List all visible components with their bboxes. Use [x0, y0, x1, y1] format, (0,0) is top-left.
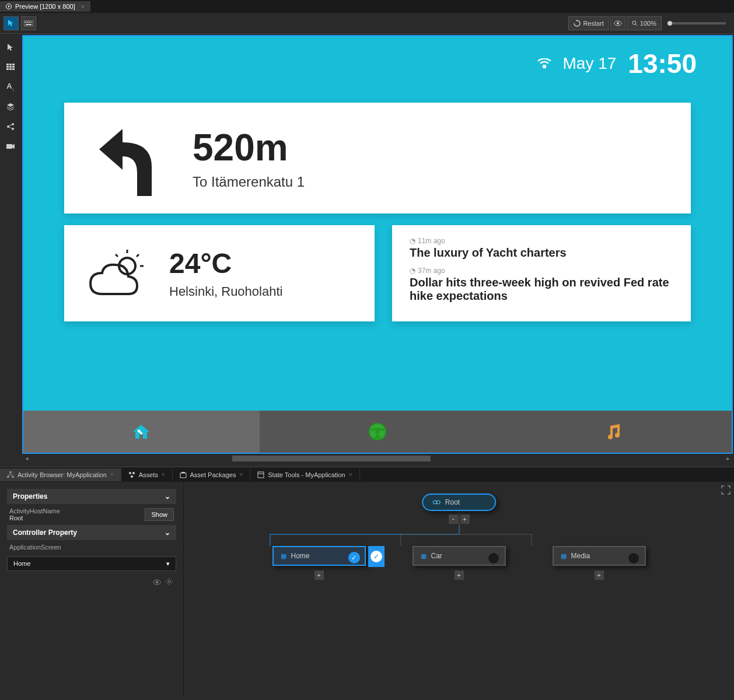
status-dot: [488, 553, 499, 564]
nav-home[interactable]: ⬉: [23, 411, 260, 453]
music-icon: [604, 422, 623, 441]
svg-rect-0: [24, 20, 33, 26]
nav-car[interactable]: [260, 411, 496, 453]
screen-icon: ▦: [421, 552, 427, 560]
state-graph-panel[interactable]: Root ⁃ + ▦ Home ✓ ✓ + ▦ Car: [183, 482, 734, 698]
add-button[interactable]: +: [460, 514, 470, 524]
svg-point-42: [131, 475, 133, 478]
svg-point-49: [168, 580, 170, 583]
dropdown-value: Home: [13, 560, 30, 568]
svg-line-30: [116, 254, 118, 257]
status-time: 13:50: [628, 48, 697, 79]
show-button[interactable]: Show: [145, 508, 174, 521]
news-item: ◔37m ago Dollar hits three-week high on …: [410, 267, 673, 303]
node-label: Media: [571, 552, 590, 560]
svg-rect-4: [30, 22, 32, 23]
collapse-button[interactable]: ⁃: [449, 514, 458, 524]
restart-label: Restart: [583, 20, 603, 27]
state-node-home[interactable]: ▦ Home ✓: [272, 546, 366, 566]
status-date: May 17: [563, 54, 617, 73]
add-child-button[interactable]: +: [455, 570, 464, 580]
nav-destination: To Itämerenkatu 1: [193, 174, 305, 190]
zoom-slider[interactable]: [667, 22, 726, 24]
svg-rect-1: [25, 22, 26, 23]
screen-icon: ▦: [281, 552, 286, 560]
svg-rect-33: [9, 471, 12, 473]
close-icon[interactable]: ×: [110, 471, 114, 478]
navigation-card: 520m To Itämerenkatu 1: [64, 103, 691, 214]
pointer-tool[interactable]: [4, 16, 19, 30]
close-icon[interactable]: ×: [239, 471, 243, 478]
svg-line-22: [9, 125, 12, 126]
state-node-car[interactable]: ▦ Car: [413, 546, 506, 566]
news-title: Dollar hits three-week high on revived F…: [410, 276, 673, 303]
close-icon[interactable]: ×: [162, 471, 165, 478]
svg-line-28: [137, 254, 139, 257]
svg-rect-34: [7, 476, 9, 478]
svg-rect-11: [9, 64, 12, 65]
svg-point-41: [132, 472, 135, 474]
arrow-tool-icon[interactable]: [2, 38, 19, 56]
camera-tool-icon[interactable]: [2, 138, 19, 155]
svg-point-48: [156, 581, 158, 583]
svg-rect-45: [258, 472, 264, 478]
title-tab-bar: Preview [1200 x 800] ×: [0, 0, 734, 13]
check-icon: ✓: [348, 552, 360, 564]
property-value: Root: [9, 514, 60, 522]
tab-preview[interactable]: Preview [1200 x 800] ×: [0, 1, 90, 12]
svg-line-23: [9, 127, 12, 128]
close-icon[interactable]: ×: [349, 471, 352, 478]
node-label: Home: [291, 552, 310, 560]
state-node-media[interactable]: ▦ Media: [553, 546, 646, 566]
share-tool-icon[interactable]: [2, 118, 19, 135]
nav-distance: 520m: [193, 126, 305, 169]
add-child-button[interactable]: +: [314, 570, 324, 580]
tab-assets[interactable]: Assets ×: [121, 468, 173, 481]
svg-rect-24: [6, 144, 12, 149]
text-tool-icon[interactable]: A↓: [2, 78, 19, 96]
add-child-button[interactable]: +: [595, 570, 604, 580]
tab-activity-browser[interactable]: Activity Browser: MyApplication ×: [0, 468, 121, 481]
left-sidebar: A↓: [0, 34, 21, 467]
svg-rect-35: [12, 476, 14, 478]
svg-rect-18: [12, 68, 15, 70]
layers-tool-icon[interactable]: [2, 98, 19, 116]
news-time: 11m ago: [418, 237, 445, 245]
app-screen-dropdown[interactable]: Home ▾: [7, 556, 176, 571]
toolbar: Restart 100%: [0, 13, 734, 34]
controller-property-header[interactable]: Controller Property ⌄: [7, 525, 176, 540]
properties-header[interactable]: Properties ⌄: [7, 489, 176, 504]
news-card: ◔11m ago The luxury of Yacht charters ◔3…: [392, 225, 691, 321]
svg-point-7: [617, 22, 619, 24]
chevron-down-icon: ⌄: [165, 528, 170, 537]
bottom-tab-bar: Activity Browser: MyApplication × Assets…: [0, 467, 734, 482]
eye-icon[interactable]: [153, 577, 161, 587]
property-label: ApplicationScreen: [9, 544, 61, 551]
preview-canvas[interactable]: May 17 13:50 520m To Itämerenkatu 1 24°C…: [22, 35, 733, 454]
horizontal-scrollbar[interactable]: [22, 454, 733, 463]
weather-temp: 24°C: [169, 247, 282, 279]
close-icon[interactable]: ×: [81, 4, 85, 10]
bottom-nav: ⬉: [23, 411, 732, 453]
svg-line-9: [635, 24, 637, 26]
cursor-icon: ⬉: [137, 427, 144, 436]
gear-icon[interactable]: [166, 577, 173, 587]
grid-tool-icon[interactable]: [2, 58, 19, 76]
zoom-control[interactable]: 100%: [627, 16, 662, 30]
tab-state-tools[interactable]: State Tools - MyApplication ×: [250, 468, 359, 481]
section-title: Controller Property: [13, 528, 77, 537]
svg-rect-10: [6, 64, 9, 65]
restart-button[interactable]: Restart: [568, 16, 609, 30]
tab-label: State Tools - MyApplication: [268, 471, 345, 478]
keyboard-tool[interactable]: [21, 16, 36, 30]
tab-asset-packages[interactable]: Asset Packages ×: [173, 468, 251, 481]
root-node[interactable]: Root: [422, 494, 496, 511]
expand-icon[interactable]: [721, 485, 730, 495]
tab-label: Activity Browser: MyApplication: [18, 471, 107, 478]
svg-rect-12: [12, 64, 15, 65]
weather-icon: [88, 247, 146, 300]
chevron-down-icon: ▾: [166, 560, 170, 568]
eye-button[interactable]: [610, 16, 625, 30]
nav-media[interactable]: [495, 411, 732, 453]
svg-rect-5: [26, 24, 32, 25]
